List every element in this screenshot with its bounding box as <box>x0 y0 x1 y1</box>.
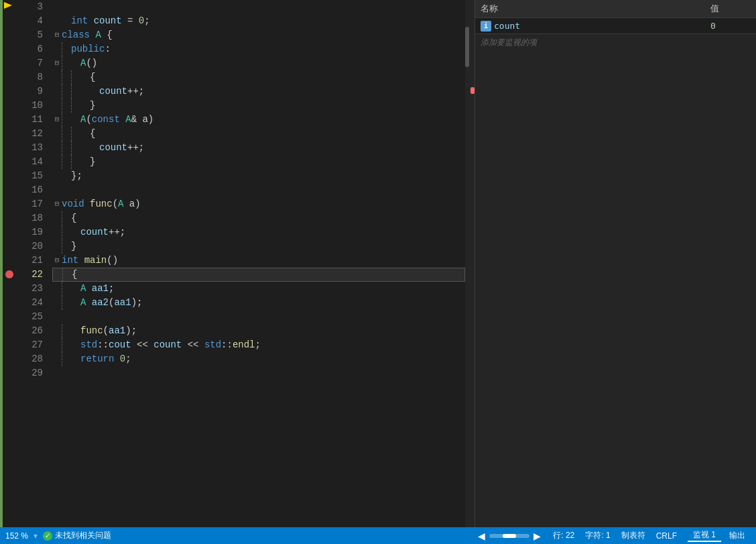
zoom-level: 152 % <box>5 531 28 541</box>
code-line-17: ⊟ void func ( A a) <box>52 197 465 211</box>
watch-row-count[interactable]: i count 0 <box>475 18 756 34</box>
line-num-4: 4 <box>16 14 50 28</box>
collapse-icon-5[interactable]: ⊟ <box>52 28 62 42</box>
code-line-24: A aa2 ( aa1 ); <box>52 296 465 310</box>
status-issue: ✓ 未找到相关问题 <box>43 530 111 541</box>
code-line-18: { <box>52 211 465 225</box>
line-num-17: 17 <box>16 197 50 211</box>
status-right: ◀ ▶ 行: 22 字符: 1 制表符 CRLF 监视 1 输出 <box>477 529 751 542</box>
code-line-5: ⊟ class A { <box>52 28 465 42</box>
nav-prev-button[interactable]: ◀ <box>477 531 487 541</box>
var-aa2: aa2 <box>92 296 109 310</box>
line-num-19: 19 <box>16 225 50 239</box>
line-num-14: 14 <box>16 155 50 169</box>
line-num-21: 21 <box>16 254 50 268</box>
tab-watch1[interactable]: 监视 1 <box>688 529 721 542</box>
code-line-9: count ++; <box>52 85 465 99</box>
char-value: 1 <box>606 531 611 540</box>
var-aa1: aa1 <box>92 282 109 296</box>
arrow-icon <box>3 0 13 11</box>
type-a: A <box>95 28 101 42</box>
line-num-6: 6 <box>16 42 50 56</box>
keyword-const: const <box>92 113 120 127</box>
line-num-7: 7 <box>16 56 50 70</box>
scrollbar-track[interactable] <box>465 0 475 527</box>
breakpoint-dot[interactable] <box>5 270 13 278</box>
fn-func-call: func <box>80 324 103 338</box>
line-num-20: 20 <box>16 239 50 254</box>
code-line-11: ⊟ A ( const A & a) <box>52 113 465 127</box>
code-editor[interactable]: int count = 0 ; ⊟ class A { <box>50 0 465 527</box>
keyword-std-cout: std <box>80 338 97 352</box>
keyword-int: int <box>71 14 88 28</box>
issue-text: 未找到相关问题 <box>55 530 111 541</box>
line-num-8: 8 <box>16 70 50 85</box>
line-num-27: 27 <box>16 338 50 352</box>
line-num-28: 28 <box>16 352 50 366</box>
code-line-6: public : <box>52 42 465 56</box>
code-line-4: int count = 0 ; <box>52 14 465 28</box>
scrollbar-thumb[interactable] <box>465 27 469 67</box>
watch-add-hint[interactable]: 添加要监视的项 <box>475 34 756 51</box>
collapse-icon-11[interactable]: ⊟ <box>52 113 62 127</box>
var-count-19: count <box>80 225 109 239</box>
code-line-20: } <box>52 239 465 254</box>
line-num-29: 29 <box>16 366 50 380</box>
issue-check-icon: ✓ <box>43 531 52 541</box>
code-line-13: count ++; <box>52 141 465 155</box>
zoom-divider: ▾ <box>34 531 38 541</box>
status-scrollbar[interactable] <box>489 534 529 538</box>
svg-marker-0 <box>4 2 12 9</box>
row-value: 22 <box>566 531 574 540</box>
code-line-28: return 0 ; <box>52 352 465 366</box>
bottom-tabs: 监视 1 输出 <box>688 529 751 542</box>
line-num-25: 25 <box>16 310 50 324</box>
line-num-3: 3 <box>16 0 50 14</box>
line-num-15: 15 <box>16 169 50 183</box>
tab-output[interactable]: 输出 <box>724 530 751 541</box>
line-num-26: 26 <box>16 324 50 338</box>
editor-area: 3 4 5 6 7 8 9 10 11 12 13 14 15 16 17 18… <box>0 0 475 527</box>
code-line-12: { <box>52 127 465 141</box>
status-bar: 152 % ▾ ✓ 未找到相关问题 ◀ ▶ 行: 22 字符: 1 制表符 CR… <box>0 527 756 544</box>
fn-func: func <box>90 197 113 211</box>
var-count: count <box>94 14 122 28</box>
collapse-icon-17[interactable]: ⊟ <box>52 197 62 211</box>
status-left: 152 % ▾ ✓ 未找到相关问题 <box>5 530 111 541</box>
watch-item-name: count <box>494 21 710 31</box>
line-numbers: 3 4 5 6 7 8 9 10 11 12 13 14 15 16 17 18… <box>16 0 50 527</box>
watch-header: 名称 值 <box>475 0 756 18</box>
watch-panel: 名称 值 i count 0 添加要监视的项 <box>475 0 756 527</box>
var-count-9: count <box>99 85 127 99</box>
code-line-14: } <box>52 155 465 169</box>
execution-arrow <box>3 0 13 11</box>
collapse-icon-7[interactable]: ⊟ <box>52 56 62 70</box>
watch-col-name-label: 名称 <box>481 3 710 15</box>
line-num-23: 23 <box>16 282 50 296</box>
type-a-copy: A <box>80 113 86 127</box>
line-num-10: 10 <box>16 99 50 113</box>
code-line-21: ⊟ int main () <box>52 254 465 268</box>
line-num-18: 18 <box>16 211 50 225</box>
scrollbar[interactable] <box>465 0 475 527</box>
code-line-15: }; <box>52 169 465 183</box>
collapse-icon-21[interactable]: ⊟ <box>52 254 62 268</box>
code-scroll: 3 4 5 6 7 8 9 10 11 12 13 14 15 16 17 18… <box>0 0 475 527</box>
watch-item-icon: i <box>481 21 491 32</box>
type-a-ctor: A <box>80 56 86 70</box>
line-num-9: 9 <box>16 85 50 99</box>
keyword-class: class <box>62 28 90 42</box>
code-line-7: ⊟ A () <box>52 56 465 70</box>
code-line-26: func ( aa1 ); <box>52 324 465 338</box>
status-scrollbar-thumb <box>503 534 516 538</box>
watch-col-value-label: 值 <box>710 3 751 15</box>
line-num-24: 24 <box>16 296 50 310</box>
code-line-16 <box>52 183 465 197</box>
code-line-23: A aa1 ; <box>52 282 465 296</box>
breakpoint-area[interactable] <box>3 0 16 527</box>
char-label: 字符: <box>585 531 603 540</box>
code-line-19: count ++; <box>52 225 465 239</box>
line-num-16: 16 <box>16 183 50 197</box>
nav-next-button[interactable]: ▶ <box>532 531 542 541</box>
keyword-int-main: int <box>62 254 78 268</box>
